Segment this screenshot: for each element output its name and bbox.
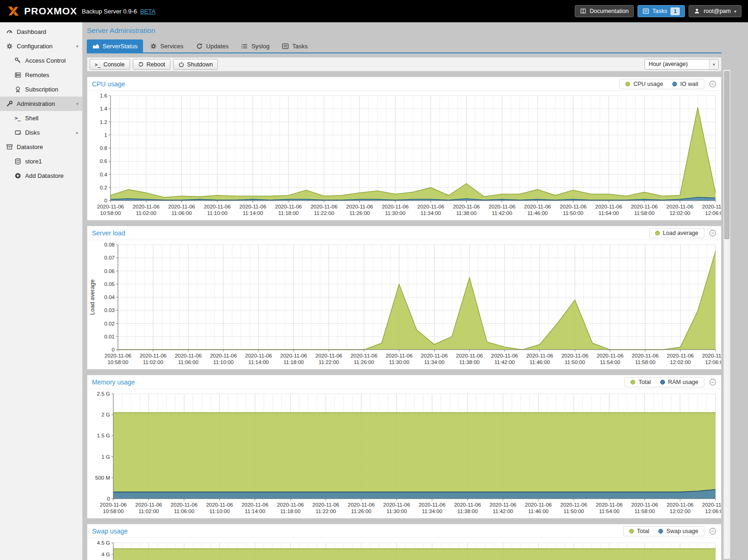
legend-swatch (655, 231, 660, 235)
beta-link[interactable]: BETA (140, 8, 156, 15)
gears-icon (6, 43, 13, 50)
svg-text:0.2: 0.2 (100, 185, 107, 190)
svg-text:2020-11-06: 2020-11-06 (280, 353, 307, 358)
svg-text:11:38:00: 11:38:00 (459, 359, 480, 365)
legend-item: IO wait (672, 81, 698, 87)
svg-text:1.6: 1.6 (100, 93, 107, 98)
collapse-icon[interactable] (709, 229, 716, 237)
chart-legend: Total RAM usage (624, 377, 704, 387)
svg-text:2020-11-06: 2020-11-06 (104, 353, 131, 358)
sidebar-item-dashboard[interactable]: Dashboard (0, 25, 82, 39)
cpu-usage-panel: CPU usage CPU usage IO wait 00.20.40.60.… (87, 77, 722, 221)
svg-text:2020-11-06: 2020-11-06 (312, 502, 339, 508)
svg-text:11:10:00: 11:10:00 (213, 359, 234, 365)
svg-text:11:02:00: 11:02:00 (143, 359, 163, 365)
tab-tasks[interactable]: Tasks (276, 39, 313, 52)
sidebar-item-add-datastore[interactable]: Add Datastore (0, 169, 82, 183)
sidebar-item-shell[interactable]: >_ Shell (0, 111, 82, 125)
svg-text:2020-11-06: 2020-11-06 (204, 204, 231, 209)
svg-text:11:38:00: 11:38:00 (456, 210, 477, 216)
svg-text:2020-11-06: 2020-11-06 (175, 353, 202, 358)
svg-text:12:02:00: 12:02:00 (670, 508, 690, 514)
sidebar-item-subscription[interactable]: Subscription (0, 82, 82, 97)
page-title: Server Administration (87, 26, 722, 35)
sidebar-item-disks[interactable]: Disks ▸ (0, 125, 82, 140)
chart-legend: Total Swap usage (623, 526, 704, 536)
chevron-down-icon: ▾ (734, 9, 736, 14)
sidebar-item-configuration[interactable]: Configuration ▾ (0, 39, 82, 53)
svg-text:0.03: 0.03 (104, 307, 115, 313)
sidebar-item-administration[interactable]: Administration ▾ (0, 97, 82, 111)
reboot-button[interactable]: Reboot (133, 59, 170, 70)
svg-text:0.02: 0.02 (104, 321, 115, 326)
area-chart-icon (92, 43, 99, 50)
svg-text:2020-11-06: 2020-11-06 (277, 502, 304, 508)
tasks-button[interactable]: Tasks 1 (637, 5, 685, 17)
timeframe-select[interactable]: Hour (average) ▾ (644, 59, 719, 70)
svg-text:2020-11-06: 2020-11-06 (315, 353, 342, 358)
collapse-icon[interactable] (709, 378, 716, 386)
submenu-arrow-icon: ▸ (76, 130, 78, 135)
svg-text:0.07: 0.07 (104, 255, 115, 260)
svg-text:2020-11-06: 2020-11-06 (667, 353, 694, 358)
svg-text:11:46:00: 11:46:00 (527, 210, 548, 216)
svg-text:11:58:00: 11:58:00 (635, 359, 656, 365)
chart-legend: CPU usage IO wait (619, 79, 704, 89)
svg-text:2020-11-06: 2020-11-06 (525, 502, 552, 508)
svg-text:2020-11-06: 2020-11-06 (632, 353, 659, 358)
shutdown-button[interactable]: Shutdown (173, 59, 218, 70)
vertical-scrollbar[interactable] (723, 70, 730, 559)
svg-text:2020-11-06: 2020-11-06 (524, 204, 551, 209)
panel-title: Server load (92, 229, 125, 237)
svg-text:500 M: 500 M (95, 475, 110, 481)
tab-syslog[interactable]: Syslog (235, 39, 275, 52)
user-menu-button[interactable]: root@pam ▾ (689, 5, 741, 17)
book-icon (580, 8, 586, 14)
svg-text:2.5 G: 2.5 G (97, 391, 110, 397)
documentation-button[interactable]: Documentation (575, 5, 634, 17)
sidebar-item-remotes[interactable]: Remotes (0, 68, 82, 82)
sidebar-item-access-control[interactable]: Access Control (0, 53, 82, 68)
tab-serverstatus[interactable]: ServerStatus (87, 39, 143, 52)
console-button[interactable]: >_ Console (90, 59, 130, 70)
svg-text:11:42:00: 11:42:00 (493, 508, 513, 514)
svg-text:0.04: 0.04 (104, 294, 115, 300)
proxmox-logo-icon (7, 5, 20, 17)
tab-updates[interactable]: Updates (190, 39, 234, 52)
certificate-icon (14, 86, 21, 93)
memory-usage-chart: 0500 M1 G1.5 G2 G2.5 G2020-11-0610:58:00… (87, 389, 721, 518)
svg-text:2020-11-06: 2020-11-06 (419, 502, 446, 508)
memory-usage-panel: Memory usage Total RAM usage 0500 M1 G1.… (87, 375, 722, 519)
svg-text:2020-11-06: 2020-11-06 (348, 502, 375, 508)
panel-title: Swap usage (92, 527, 128, 535)
plus-circle-icon (14, 172, 21, 180)
server-load-chart: 00.010.020.030.040.050.060.070.082020-11… (87, 240, 721, 369)
collapse-icon[interactable] (709, 80, 716, 88)
svg-text:12:02:00: 12:02:00 (670, 210, 690, 216)
svg-text:4.5 G: 4.5 G (97, 540, 110, 546)
svg-text:11:50:00: 11:50:00 (565, 359, 585, 365)
svg-text:11:38:00: 11:38:00 (457, 508, 478, 514)
svg-text:11:34:00: 11:34:00 (422, 508, 442, 514)
power-icon (178, 61, 184, 67)
svg-text:2 G: 2 G (101, 412, 110, 417)
svg-text:2020-11-06: 2020-11-06 (488, 204, 515, 209)
legend-swatch (672, 82, 677, 86)
legend-item: RAM usage (660, 379, 698, 385)
svg-text:2020-11-06: 2020-11-06 (702, 353, 721, 358)
scrollbar-thumb[interactable] (724, 71, 729, 239)
gears-icon (150, 43, 157, 50)
server-icon (14, 72, 21, 79)
svg-text:2020-11-06: 2020-11-06 (351, 353, 377, 358)
sidebar-item-datastore[interactable]: Datastore (0, 140, 82, 154)
collapse-icon[interactable] (709, 527, 716, 535)
svg-text:11:58:00: 11:58:00 (634, 508, 655, 514)
tab-services[interactable]: Services (144, 39, 189, 52)
svg-text:2020-11-06: 2020-11-06 (454, 502, 481, 508)
svg-text:2020-11-06: 2020-11-06 (140, 353, 167, 358)
sidebar-item-store1[interactable]: store1 (0, 154, 82, 169)
svg-text:1 G: 1 G (101, 454, 110, 460)
svg-text:12:06:00: 12:06:00 (705, 359, 721, 365)
expand-caret-icon: ▾ (76, 44, 78, 49)
svg-text:2020-11-06: 2020-11-06 (595, 204, 622, 209)
